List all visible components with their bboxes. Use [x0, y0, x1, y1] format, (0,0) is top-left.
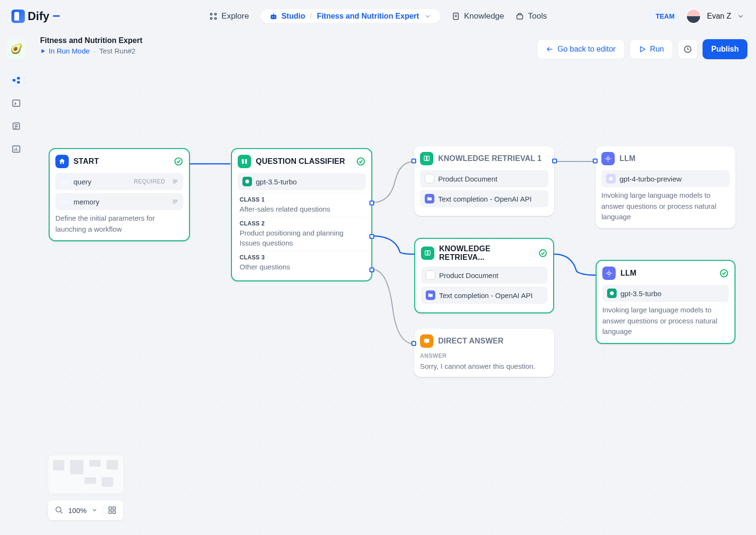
svg-point-42: [607, 157, 609, 160]
workflow-canvas[interactable]: START (x)queryREQUIRED (x)memory Define …: [32, 61, 756, 535]
minimap[interactable]: [48, 455, 124, 494]
api-row[interactable]: Text completion - OpenAI API: [420, 190, 548, 207]
variable-icon: (x): [60, 177, 70, 186]
app-title: Fitness and Nutrition Expert: [40, 36, 142, 45]
brand-text: Dify: [28, 10, 49, 23]
top-bar: Dify Explore Studio / Fitness and Nutrit…: [0, 0, 756, 32]
svg-rect-60: [113, 511, 116, 514]
model-row[interactable]: gpt-3.5-turbo: [238, 173, 366, 190]
output-port[interactable]: [369, 201, 374, 205]
class-1[interactable]: CLASS 1After-sales related questions: [238, 193, 366, 217]
run-mode-indicator[interactable]: In Run Mode: [40, 47, 90, 55]
output-port[interactable]: [369, 234, 374, 239]
svg-rect-58: [113, 507, 116, 509]
main-nav: Explore Studio / Fitness and Nutrition E…: [209, 9, 547, 23]
classifier-icon: [238, 155, 251, 168]
nav-knowledge[interactable]: Knowledge: [452, 11, 504, 21]
model-row[interactable]: gpt-3.5-turbo: [602, 285, 729, 302]
nav-tools[interactable]: Tools: [515, 11, 547, 21]
svg-point-0: [210, 13, 212, 15]
arrow-left-icon: [546, 45, 554, 53]
slash-separator: /: [310, 12, 312, 21]
svg-marker-12: [42, 49, 45, 53]
user-area: TEAM Evan Z: [650, 9, 745, 24]
svg-rect-59: [109, 511, 112, 514]
subheader: 🥑 Fitness and Nutrition Expert In Run Mo…: [40, 36, 142, 55]
header-actions: Go back to editor Run Publish: [537, 39, 747, 59]
terminal-icon: [11, 98, 21, 108]
svg-rect-19: [13, 100, 20, 106]
check-circle-icon: [356, 157, 366, 166]
zoom-value[interactable]: 100%: [68, 506, 86, 514]
logo[interactable]: Dify: [11, 10, 60, 23]
home-icon: [55, 155, 69, 168]
chevron-down-icon[interactable]: [424, 12, 431, 20]
side-logs[interactable]: [7, 117, 26, 136]
doc-row[interactable]: NProduct Document: [421, 267, 547, 284]
node-direct-answer[interactable]: DIRECT ANSWER ANSWER Sorry, I cannot ans…: [414, 329, 554, 377]
check-circle-icon: [538, 248, 547, 258]
node-question-classifier[interactable]: QUESTION CLASSIFIER gpt-3.5-turbo CLASS …: [231, 148, 372, 281]
input-port[interactable]: [411, 341, 416, 346]
openai-icon: [242, 177, 252, 186]
side-analytics[interactable]: [7, 139, 26, 159]
node-llm-2[interactable]: LLM gpt-3.5-turbo Invoking large languag…: [596, 260, 735, 344]
svg-rect-4: [271, 15, 276, 19]
breadcrumb[interactable]: Fitness and Nutrition Expert: [317, 12, 419, 21]
llm-icon: [601, 152, 615, 165]
svg-line-56: [60, 511, 63, 514]
class-2[interactable]: CLASS 2Product positioning and planning …: [238, 217, 366, 251]
svg-rect-11: [517, 15, 523, 19]
nav-explore[interactable]: Explore: [209, 11, 249, 21]
node-knowledge-retrieval-2[interactable]: KNOWLEDGE RETRIEVA... NProduct Document …: [414, 238, 554, 313]
api-row[interactable]: Text completion - OpenAI API: [421, 287, 547, 304]
node-knowledge-retrieval-1[interactable]: KNOWLEDGE RETRIEVAL 1 NProduct Document …: [414, 146, 554, 216]
node-llm-1[interactable]: LLM gpt-4-turbo-preview Invoking large l…: [596, 146, 735, 228]
answer-icon: [420, 334, 433, 348]
test-run-label: Test Run#2: [99, 47, 136, 55]
play-icon: [639, 45, 646, 53]
folder-icon: [425, 194, 434, 203]
layout-icon[interactable]: [108, 506, 116, 514]
doc-row[interactable]: NProduct Document: [420, 170, 548, 187]
notion-icon: N: [425, 174, 434, 183]
history-button[interactable]: [678, 39, 698, 59]
nav-studio[interactable]: Studio: [269, 12, 305, 21]
back-button[interactable]: Go back to editor: [537, 39, 625, 59]
model-row[interactable]: gpt-4-turbo-preview: [601, 170, 730, 187]
book-icon: [420, 152, 433, 165]
svg-rect-18: [17, 81, 20, 84]
user-name[interactable]: Evan Z: [707, 12, 731, 21]
logo-icon: [11, 10, 25, 23]
nav-studio-pill: Studio / Fitness and Nutrition Expert: [261, 9, 440, 23]
openai-icon: [606, 174, 616, 183]
search-icon[interactable]: [55, 506, 63, 514]
side-workflow[interactable]: [7, 71, 26, 90]
run-button[interactable]: Run: [630, 39, 673, 59]
class-3[interactable]: CLASS 3Other questions: [238, 251, 366, 275]
paragraph-icon: [172, 198, 178, 205]
input-port[interactable]: [411, 159, 416, 163]
svg-rect-35: [242, 159, 244, 163]
svg-point-38: [245, 180, 249, 183]
output-port[interactable]: [369, 268, 374, 272]
notion-icon: N: [426, 270, 435, 280]
chevron-down-icon[interactable]: [91, 507, 98, 514]
variable-row[interactable]: (x)memory: [55, 193, 183, 210]
node-start[interactable]: START (x)queryREQUIRED (x)memory Define …: [49, 148, 190, 241]
clock-icon: [683, 45, 692, 54]
check-circle-icon: [174, 157, 183, 166]
publish-button[interactable]: Publish: [703, 39, 747, 59]
avatar[interactable]: [686, 9, 701, 24]
side-terminal[interactable]: [7, 94, 26, 113]
svg-point-3: [215, 18, 217, 20]
grid-icon: [209, 12, 218, 21]
document-icon: [452, 12, 460, 21]
svg-marker-41: [426, 342, 428, 344]
input-port[interactable]: [593, 159, 598, 163]
workflow-icon: [11, 75, 21, 85]
chevron-down-icon[interactable]: [737, 12, 745, 20]
variable-row[interactable]: (x)queryREQUIRED: [55, 173, 183, 190]
output-port[interactable]: [552, 159, 557, 163]
team-badge[interactable]: TEAM: [650, 11, 681, 22]
